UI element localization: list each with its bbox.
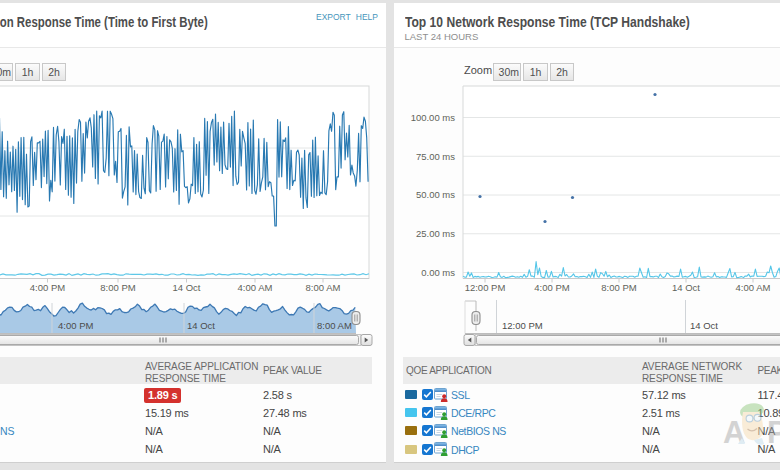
svg-text:0.00 ms: 0.00 ms: [421, 267, 455, 278]
svg-text:14 Oct: 14 Oct: [672, 282, 700, 293]
svg-text:14 Oct: 14 Oct: [187, 320, 215, 331]
svg-text:A: A: [723, 415, 745, 450]
svg-text:4:00 PM: 4:00 PM: [58, 320, 93, 331]
svg-text:14 Oct: 14 Oct: [690, 320, 718, 331]
svg-text:4:00 AM: 4:00 AM: [238, 282, 273, 293]
svg-text:100.00 ms: 100.00 ms: [411, 112, 456, 123]
svg-text:8:00 PM: 8:00 PM: [601, 282, 636, 293]
svg-text:8:00 AM: 8:00 AM: [317, 320, 352, 331]
svg-text:12:00 PM: 12:00 PM: [502, 320, 543, 331]
svg-text:75.00 ms: 75.00 ms: [416, 151, 455, 162]
svg-text:8:00 PM: 8:00 PM: [100, 282, 135, 293]
svg-text:4:00 PM: 4:00 PM: [30, 282, 65, 293]
svg-text:25.00 ms: 25.00 ms: [416, 228, 455, 239]
svg-text:50.00 ms: 50.00 ms: [416, 189, 455, 200]
svg-text:8:00 AM: 8:00 AM: [306, 282, 341, 293]
svg-text:P: P: [767, 415, 780, 450]
svg-text:12:00 PM: 12:00 PM: [465, 282, 506, 293]
svg-text:4:00 AM: 4:00 AM: [736, 282, 771, 293]
svg-text:14 Oct: 14 Oct: [173, 282, 201, 293]
svg-text:4:00 PM: 4:00 PM: [534, 282, 569, 293]
